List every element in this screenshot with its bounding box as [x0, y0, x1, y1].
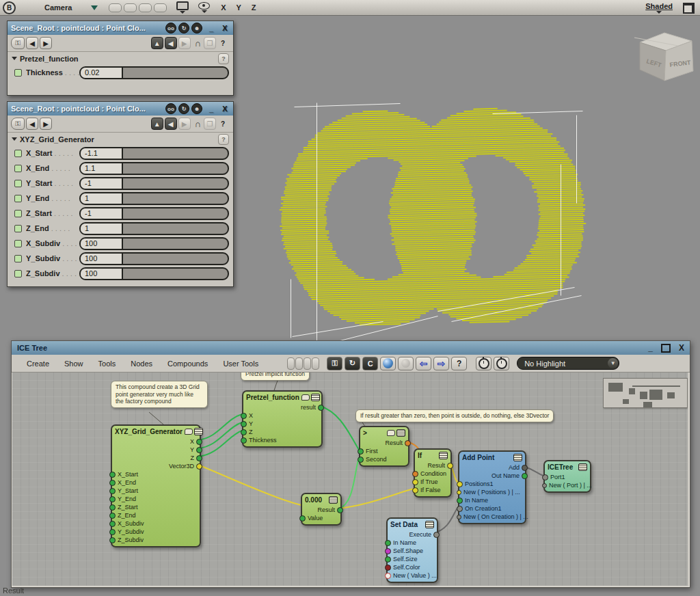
port-out-y[interactable] [196, 447, 202, 453]
comment-note-pretzel[interactable]: Pretzel implicit function [241, 372, 310, 381]
copy-icon[interactable]: ❐ [204, 37, 216, 49]
animatable-checkbox[interactable] [14, 240, 22, 247]
animatable-checkbox[interactable] [14, 69, 22, 77]
port-in[interactable] [358, 448, 364, 455]
comment-bubble-icon[interactable] [185, 429, 193, 435]
camera-icon[interactable] [176, 1, 189, 14]
layout-tab-group[interactable] [287, 357, 320, 370]
lock-icon[interactable]: ∩ [195, 119, 201, 129]
x-subdiv-slider[interactable]: 100 [79, 237, 229, 250]
port-out-out-name[interactable] [522, 473, 528, 479]
port-in[interactable] [299, 515, 306, 522]
port-in[interactable] [241, 437, 247, 444]
thickness-value[interactable]: 0.02 [81, 68, 123, 78]
axis-toggle-xyz[interactable]: X Y Z [221, 3, 260, 12]
memo-cam-slot-3[interactable] [139, 3, 152, 12]
menu-compounds[interactable]: Compounds [167, 360, 208, 368]
node-pretzel-function[interactable]: Pretzel_function result X Y Z Thickness [242, 390, 323, 448]
port-out-vector3d[interactable] [196, 463, 202, 470]
user-icon[interactable]: ☻ [191, 23, 202, 33]
link-icon[interactable]: oo [165, 23, 176, 33]
port-out-execute[interactable] [433, 532, 440, 538]
animatable-checkbox[interactable] [14, 195, 22, 202]
section-header[interactable]: XYZ_Grid_Generator ? [8, 133, 233, 146]
port-in[interactable] [241, 429, 247, 435]
port-in[interactable] [109, 529, 116, 535]
ice-minimize-button[interactable]: _ [648, 343, 653, 353]
port-in[interactable] [109, 496, 116, 502]
param-value[interactable]: 100 [81, 269, 123, 279]
z-end-slider[interactable]: 1 [79, 222, 229, 235]
node-if[interactable]: If Result Condition If True If False [414, 448, 452, 498]
collapse-icon[interactable] [439, 452, 448, 459]
collapse-icon[interactable] [425, 521, 434, 528]
copy-icon[interactable]: ❐ [204, 118, 216, 130]
prev-button[interactable]: ◀ [26, 118, 38, 130]
up-level-button[interactable]: ▲ [151, 118, 163, 130]
menu-user-tools[interactable]: User Tools [223, 360, 258, 368]
collapse-triangle-icon[interactable] [12, 137, 17, 141]
port-in[interactable] [241, 413, 247, 419]
port-out-result[interactable] [337, 507, 343, 513]
thickness-slider[interactable]: 0.02 [79, 66, 229, 79]
port-in-in-name[interactable] [457, 498, 463, 504]
next-button[interactable]: ▶ [40, 118, 52, 130]
minimize-button[interactable]: _ [206, 105, 216, 113]
animatable-checkbox[interactable] [14, 255, 22, 262]
node-add-point[interactable]: Add Point Add Out Name Positions1 New ( … [458, 450, 526, 524]
lock-layout-icon[interactable]: ⚿ [327, 357, 342, 370]
z-subdiv-slider[interactable]: 100 [79, 267, 229, 280]
param-value[interactable]: 100 [81, 254, 123, 264]
param-value[interactable]: -1 [81, 178, 123, 189]
section-help-button[interactable]: ? [218, 134, 229, 145]
panel-titlebar[interactable]: Scene_Root : pointcloud : Point Clo... o… [8, 21, 233, 35]
port-in-new-value[interactable] [385, 573, 391, 579]
help-icon[interactable]: ? [217, 38, 228, 49]
y-start-slider[interactable]: -1 [79, 177, 229, 190]
animatable-checkbox[interactable] [14, 165, 22, 172]
menu-nodes[interactable]: Nodes [131, 360, 152, 368]
camera-view-label[interactable]: Camera [44, 3, 72, 12]
port-out-add[interactable] [522, 465, 528, 471]
port-in[interactable] [109, 537, 116, 543]
port-in-self-size[interactable] [385, 556, 391, 563]
menu-create[interactable]: Create [27, 360, 49, 368]
port-in[interactable] [241, 421, 247, 427]
user-icon[interactable]: ☻ [191, 103, 202, 114]
keyframe-icon[interactable]: ⚿ [11, 118, 25, 130]
port-in[interactable] [109, 513, 116, 519]
z-start-slider[interactable]: -1 [79, 207, 229, 220]
nav-back-arrow[interactable]: ⇦ [416, 357, 431, 370]
ice-help-button[interactable]: ? [451, 357, 467, 370]
ice-titlebar[interactable]: ICE Tree _ X [12, 341, 690, 355]
collapse-icon[interactable] [396, 429, 405, 437]
nav-forward-arrow[interactable]: ⇨ [433, 357, 449, 370]
globe-icon[interactable] [380, 357, 396, 370]
animatable-checkbox[interactable] [14, 180, 22, 187]
node-xyz-grid-generator[interactable]: XYZ_Grid_Generator X Y Z Vector3D X_Star… [111, 424, 201, 547]
display-mode-dropdown[interactable]: Shaded [645, 2, 673, 14]
port-in[interactable] [109, 521, 116, 527]
compound-c-button[interactable]: C [362, 357, 378, 370]
port-in-on-creation[interactable] [457, 506, 463, 512]
node-greater-than[interactable]: > Result First Second [359, 426, 409, 467]
visibility-eye-icon[interactable] [198, 2, 210, 13]
memo-cam-slot-4[interactable] [154, 3, 167, 12]
ice-graph-area[interactable]: This compound create a 3D Grid point gen… [12, 372, 688, 586]
close-button[interactable]: X [220, 105, 230, 113]
port-in[interactable] [109, 472, 116, 478]
memo-cam-slot-2[interactable] [124, 3, 137, 12]
disabled-sphere-icon[interactable] [398, 357, 414, 370]
chevron-down-icon[interactable]: ▼ [608, 358, 618, 368]
param-value[interactable]: -1 [81, 208, 123, 219]
port-in-self-color[interactable] [385, 565, 391, 571]
section-help-button[interactable]: ? [218, 53, 229, 64]
ice-close-button[interactable]: X [679, 343, 684, 353]
port-out-result[interactable] [405, 440, 411, 446]
close-button[interactable]: X [220, 24, 230, 32]
timer-icon[interactable] [476, 357, 492, 370]
navigation-cube[interactable]: LEFT FRONT [634, 27, 697, 86]
highlight-dropdown[interactable]: No Highlight ▼ [517, 357, 619, 370]
port-in-new-on-creation[interactable] [457, 515, 461, 519]
animatable-checkbox[interactable] [14, 225, 22, 232]
